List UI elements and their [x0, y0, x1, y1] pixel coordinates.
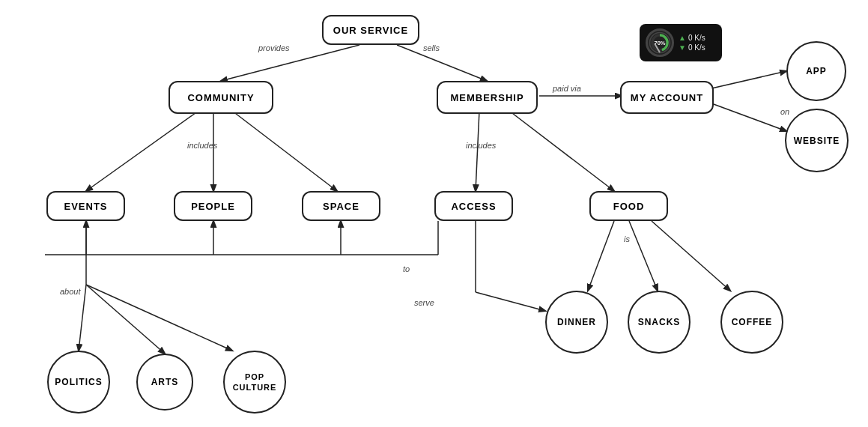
- node-snacks: SNACKS: [628, 291, 691, 354]
- label-sells: sells: [423, 43, 440, 52]
- gauge-svg: 70%: [648, 28, 672, 57]
- node-people: PEOPLE: [174, 191, 252, 221]
- node-events: EVENTS: [46, 191, 125, 221]
- svg-line-4: [711, 103, 786, 131]
- node-dinner: DINNER: [545, 291, 608, 354]
- svg-line-7: [232, 111, 337, 191]
- node-arts: ARTS: [136, 354, 193, 411]
- svg-line-3: [711, 71, 786, 88]
- svg-line-23: [86, 285, 232, 351]
- label-provides: provides: [258, 43, 290, 52]
- label-includes-community: includes: [187, 141, 217, 150]
- node-our-service: OUR SERVICE: [322, 15, 419, 45]
- label-includes-membership: includes: [466, 141, 496, 150]
- speed-dial: 70%: [646, 28, 674, 57]
- svg-text:70%: 70%: [654, 40, 665, 46]
- node-politics: POLITICS: [47, 351, 110, 414]
- node-pop-culture: POPCULTURE: [223, 351, 286, 414]
- speed-widget: 70% ▲ 0 K/s ▼ 0 K/s: [640, 24, 722, 61]
- svg-line-0: [221, 45, 359, 81]
- label-is: is: [624, 234, 630, 243]
- svg-line-5: [86, 111, 198, 191]
- label-to: to: [403, 264, 410, 273]
- node-coffee: COFFEE: [720, 291, 783, 354]
- label-paid-via: paid via: [553, 84, 581, 93]
- svg-line-10: [588, 221, 614, 291]
- speed-down: ▼ 0 K/s: [679, 43, 705, 52]
- svg-line-1: [397, 45, 487, 81]
- speed-values: ▲ 0 K/s ▼ 0 K/s: [679, 34, 705, 52]
- svg-line-19: [476, 292, 545, 311]
- label-about: about: [60, 287, 81, 296]
- label-on: on: [780, 107, 789, 116]
- node-space: SPACE: [302, 191, 380, 221]
- svg-line-11: [629, 221, 658, 291]
- svg-line-8: [476, 111, 479, 191]
- diagram: OUR SERVICE COMMUNITY MEMBERSHIP MY ACCO…: [0, 0, 868, 427]
- node-website: WEBSITE: [785, 109, 849, 172]
- label-serve: serve: [414, 298, 434, 307]
- node-food: FOOD: [589, 191, 668, 221]
- svg-line-22: [86, 285, 165, 354]
- node-access: ACCESS: [434, 191, 513, 221]
- svg-line-12: [652, 221, 730, 291]
- node-app: APP: [786, 41, 846, 101]
- node-membership: MEMBERSHIP: [437, 81, 538, 114]
- node-community: COMMUNITY: [169, 81, 273, 114]
- svg-line-9: [509, 111, 614, 191]
- node-my-account: MY ACCOUNT: [620, 81, 714, 114]
- speed-up: ▲ 0 K/s: [679, 34, 705, 42]
